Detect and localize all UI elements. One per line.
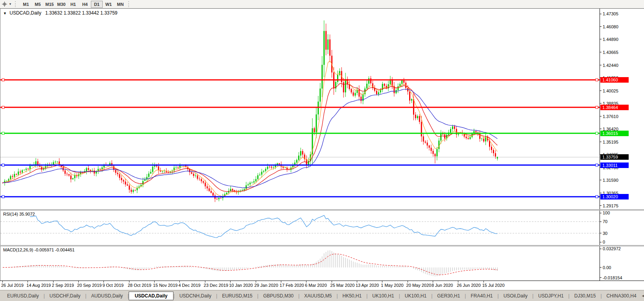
chart-collapse-icon[interactable]: ▼ — [3, 11, 7, 15]
date-label: 26 Jun 2020 — [457, 283, 481, 288]
date-label: 13 Apr 2020 — [356, 283, 379, 288]
price-axis-tick — [600, 65, 602, 65]
current-price-badge: 1.33759 — [600, 154, 629, 160]
panel-divider-chart-rsi[interactable] — [0, 209, 644, 211]
tab-uk100-h1[interactable]: UK100,H1 — [400, 292, 431, 300]
date-tick — [281, 281, 281, 283]
price-axis-tick — [600, 213, 602, 213]
line-handle[interactable] — [2, 106, 4, 109]
rsi-canvas[interactable] — [0, 211, 600, 245]
date-axis[interactable]: 26 Jul 201914 Aug 20192 Sep 201920 Sep 2… — [0, 281, 644, 290]
date-label: 9 Oct 2019 — [102, 283, 124, 288]
chart-tab-bar: EURUSD,Daily|USDCHF,Daily|AUDUSD,Daily|U… — [0, 290, 644, 301]
line-handle[interactable] — [596, 132, 598, 135]
tab-scroll-left-icon[interactable]: ◄ — [641, 294, 644, 298]
price-axis-label: 1.42440 — [603, 63, 618, 68]
macd-label: MACD(12,26,9) -0.005971 -0.004451 — [3, 247, 75, 252]
price-axis-label: 1.40025 — [603, 89, 618, 93]
date-tick — [433, 281, 433, 283]
tab-gbpusd-m30[interactable]: GBPUSD,M30 — [258, 292, 298, 300]
price-axis-label: 100 — [603, 211, 610, 215]
line-handle[interactable] — [596, 79, 598, 81]
price-axis-label: 1.46080 — [603, 24, 618, 29]
tab-usdcnh-daily[interactable]: USDCNH,Daily — [175, 292, 216, 300]
timeframe-button-m5[interactable]: M5 — [32, 1, 44, 8]
date-label: 14 Aug 2019 — [26, 283, 51, 288]
price-axis-label: 0.00 — [603, 265, 611, 270]
price-axis[interactable]: 1.473051.460801.448901.436651.424401.412… — [600, 9, 644, 281]
crosshair-cursor-icon[interactable] — [2, 1, 7, 8]
tab-usdchf-daily[interactable]: USDCHF,Daily — [45, 292, 85, 300]
rsi-label: RSI(14) 35.9072 — [3, 212, 35, 216]
timeframe-button-m1[interactable]: M1 — [20, 1, 32, 8]
line-handle[interactable] — [596, 106, 598, 109]
macd-histogram — [3, 250, 497, 276]
date-tick — [230, 281, 231, 283]
timeframe-button-group: M1M5M15M30H1H4D1W1MN — [20, 1, 126, 8]
panel-divider-rsi-macd[interactable] — [0, 245, 644, 246]
date-label: 2 Sep 2019 — [52, 283, 74, 288]
line-handle[interactable] — [596, 196, 598, 198]
price-axis-tick — [600, 90, 602, 91]
tab-xauusd-m5[interactable]: XAUUSD,M5 — [299, 292, 336, 300]
tab-eurusd-m15[interactable]: EURUSD,M15 — [217, 292, 257, 300]
timeframe-button-d1[interactable]: D1 — [91, 1, 103, 8]
line-handle[interactable] — [2, 79, 4, 81]
rsi-indicator-panel[interactable]: RSI(14) 35.9072 — [0, 211, 600, 245]
timeframe-button-h1[interactable]: H1 — [67, 1, 79, 8]
line-handle[interactable] — [596, 164, 598, 166]
price-chart-panel[interactable]: ▼ USDCAD,Daily 1.33632 1.33822 1.33442 1… — [0, 9, 600, 209]
date-tick — [2, 281, 3, 283]
toolbar-grip-2[interactable] — [128, 1, 131, 7]
tab-eurusd-daily[interactable]: EURUSD,Daily — [2, 292, 44, 300]
price-axis-tick — [600, 193, 602, 193]
cursor-dropdown-caret[interactable]: ▼ — [7, 2, 13, 6]
price-axis-tick — [600, 52, 602, 52]
tab-ger30-h1[interactable]: GER30,H1 — [432, 292, 465, 300]
timeframe-button-m15[interactable]: M15 — [44, 1, 55, 8]
price-axis-tick — [600, 129, 602, 129]
date-label: 15 Nov 2019 — [153, 283, 177, 288]
top-toolbar: ▼ M1M5M15M30H1H4D1W1MN — [0, 0, 644, 9]
line-handle[interactable] — [2, 196, 4, 198]
date-tick — [458, 281, 458, 283]
tab-usdcad-daily[interactable]: USDCAD,Daily — [129, 292, 173, 300]
chart-title-symbol: USDCAD,Daily — [9, 10, 41, 16]
date-label: 4 Dec 2019 — [178, 283, 200, 288]
tab-audusd-daily[interactable]: AUDUSD,Daily — [87, 292, 128, 300]
tab-hk50-h1[interactable]: HK50,H1 — [338, 292, 367, 300]
price-axis-tick — [600, 267, 602, 268]
price-axis-label: 1.44890 — [603, 37, 618, 42]
timeframe-button-m30[interactable]: M30 — [55, 1, 67, 8]
price-axis-label: 70 — [603, 219, 607, 224]
price-level-badge-1.36015: 1.36015 — [600, 131, 629, 136]
line-handle[interactable] — [2, 164, 4, 166]
price-axis-tick — [600, 222, 602, 222]
timeframe-button-mn[interactable]: MN — [114, 1, 126, 8]
price-chart-canvas[interactable] — [0, 9, 600, 209]
date-tick — [382, 281, 382, 283]
price-axis-tick — [600, 205, 602, 206]
price-axis-tick — [600, 233, 602, 233]
price-axis-tick — [600, 14, 602, 14]
tab-dj30-m15[interactable]: DJ30,M15 — [570, 292, 601, 300]
rsi-line — [30, 215, 497, 237]
macd-canvas[interactable] — [0, 246, 600, 281]
date-label: 29 Jan 2020 — [255, 283, 279, 288]
tab-usoil-daily[interactable]: USOil,Daily — [499, 292, 532, 300]
price-axis-label: 1.35195 — [603, 140, 618, 144]
tab-usdjpy-h1[interactable]: USDJPY,H1 — [533, 292, 568, 300]
price-axis-label: 30 — [603, 231, 607, 236]
date-tick — [306, 281, 306, 283]
macd-indicator-panel[interactable]: MACD(12,26,9) -0.005971 -0.004451 — [0, 246, 600, 281]
price-axis-tick — [600, 103, 602, 103]
timeframe-button-w1[interactable]: W1 — [103, 1, 114, 8]
line-handle[interactable] — [2, 132, 4, 135]
price-level-badge-1.33011: 1.33011 — [600, 163, 629, 168]
toolbar-grip[interactable] — [15, 1, 17, 7]
tab-uk100-h1[interactable]: UK100,H1 — [367, 292, 399, 300]
tab-china300-h4[interactable]: CHINA300,H4 — [602, 292, 641, 300]
timeframe-button-h4[interactable]: H4 — [79, 1, 91, 8]
candles-series — [2, 20, 498, 202]
tab-fra40-h1[interactable]: FRA40,H1 — [466, 292, 497, 300]
